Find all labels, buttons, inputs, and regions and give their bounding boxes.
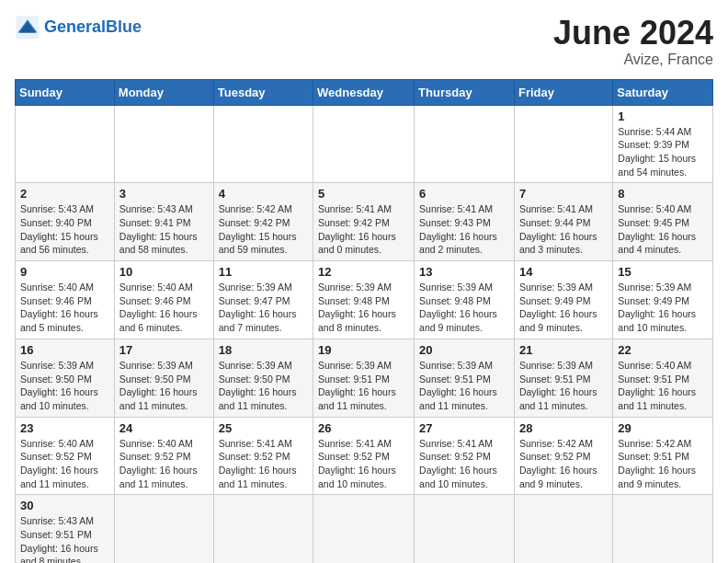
week-row-4: 16Sunrise: 5:39 AM Sunset: 9:50 PM Dayli… xyxy=(16,339,713,417)
day-number: 18 xyxy=(219,343,308,357)
week-row-5: 23Sunrise: 5:40 AM Sunset: 9:52 PM Dayli… xyxy=(16,417,713,495)
weekday-header-friday: Friday xyxy=(514,79,612,105)
calendar-cell: 10Sunrise: 5:40 AM Sunset: 9:46 PM Dayli… xyxy=(114,261,213,339)
weekday-header-wednesday: Wednesday xyxy=(313,79,415,105)
day-info: Sunrise: 5:39 AM Sunset: 9:48 PM Dayligh… xyxy=(318,281,409,335)
calendar-cell: 24Sunrise: 5:40 AM Sunset: 9:52 PM Dayli… xyxy=(114,417,213,495)
day-number: 25 xyxy=(219,421,308,435)
day-info: Sunrise: 5:41 AM Sunset: 9:43 PM Dayligh… xyxy=(419,202,509,257)
calendar-cell xyxy=(514,105,612,183)
weekday-header-monday: Monday xyxy=(114,79,213,105)
day-number: 8 xyxy=(618,187,708,201)
day-info: Sunrise: 5:39 AM Sunset: 9:50 PM Dayligh… xyxy=(20,359,109,413)
day-info: Sunrise: 5:44 AM Sunset: 9:39 PM Dayligh… xyxy=(618,125,708,179)
calendar-cell: 16Sunrise: 5:39 AM Sunset: 9:50 PM Dayli… xyxy=(16,339,115,417)
logo-text: GeneralBlue xyxy=(44,18,142,37)
calendar-cell: 12Sunrise: 5:39 AM Sunset: 9:48 PM Dayli… xyxy=(313,261,415,339)
calendar-cell: 3Sunrise: 5:43 AM Sunset: 9:41 PM Daylig… xyxy=(114,183,213,261)
week-row-1: 1Sunrise: 5:44 AM Sunset: 9:39 PM Daylig… xyxy=(16,105,713,183)
cell-content: 11Sunrise: 5:39 AM Sunset: 9:47 PM Dayli… xyxy=(219,265,308,335)
day-number: 30 xyxy=(20,499,109,512)
day-info: Sunrise: 5:42 AM Sunset: 9:52 PM Dayligh… xyxy=(519,437,608,491)
calendar-cell: 19Sunrise: 5:39 AM Sunset: 9:51 PM Dayli… xyxy=(313,339,415,417)
day-info: Sunrise: 5:40 AM Sunset: 9:45 PM Dayligh… xyxy=(618,202,708,257)
day-info: Sunrise: 5:40 AM Sunset: 9:46 PM Dayligh… xyxy=(20,281,109,335)
cell-content: 23Sunrise: 5:40 AM Sunset: 9:52 PM Dayli… xyxy=(20,421,109,491)
day-info: Sunrise: 5:41 AM Sunset: 9:52 PM Dayligh… xyxy=(419,437,509,491)
calendar-cell: 27Sunrise: 5:41 AM Sunset: 9:52 PM Dayli… xyxy=(415,417,515,495)
day-info: Sunrise: 5:39 AM Sunset: 9:51 PM Dayligh… xyxy=(419,359,509,413)
day-info: Sunrise: 5:39 AM Sunset: 9:50 PM Dayligh… xyxy=(219,359,308,413)
cell-content: 9Sunrise: 5:40 AM Sunset: 9:46 PM Daylig… xyxy=(20,265,109,335)
calendar-cell: 17Sunrise: 5:39 AM Sunset: 9:50 PM Dayli… xyxy=(114,339,213,417)
weekday-header-tuesday: Tuesday xyxy=(213,79,313,105)
calendar-cell: 21Sunrise: 5:39 AM Sunset: 9:51 PM Dayli… xyxy=(514,339,612,417)
day-number: 9 xyxy=(20,265,109,279)
day-number: 17 xyxy=(119,343,209,357)
day-number: 29 xyxy=(618,421,708,435)
cell-content: 29Sunrise: 5:42 AM Sunset: 9:51 PM Dayli… xyxy=(618,421,708,491)
calendar-cell xyxy=(313,495,415,563)
cell-content: 14Sunrise: 5:39 AM Sunset: 9:49 PM Dayli… xyxy=(519,265,608,335)
day-number: 27 xyxy=(419,421,509,435)
day-number: 16 xyxy=(20,343,109,357)
cell-content: 26Sunrise: 5:41 AM Sunset: 9:52 PM Dayli… xyxy=(318,421,409,491)
calendar-cell: 11Sunrise: 5:39 AM Sunset: 9:47 PM Dayli… xyxy=(213,261,313,339)
day-info: Sunrise: 5:40 AM Sunset: 9:46 PM Dayligh… xyxy=(119,281,209,335)
calendar-cell: 2Sunrise: 5:43 AM Sunset: 9:40 PM Daylig… xyxy=(16,183,115,261)
calendar-cell: 20Sunrise: 5:39 AM Sunset: 9:51 PM Dayli… xyxy=(415,339,515,417)
logo: GeneralBlue xyxy=(15,15,142,40)
cell-content: 1Sunrise: 5:44 AM Sunset: 9:39 PM Daylig… xyxy=(618,109,708,179)
calendar-cell: 9Sunrise: 5:40 AM Sunset: 9:46 PM Daylig… xyxy=(16,261,115,339)
calendar-cell: 14Sunrise: 5:39 AM Sunset: 9:49 PM Dayli… xyxy=(514,261,612,339)
calendar-cell: 7Sunrise: 5:41 AM Sunset: 9:44 PM Daylig… xyxy=(514,183,612,261)
day-number: 1 xyxy=(618,109,708,123)
day-info: Sunrise: 5:42 AM Sunset: 9:51 PM Dayligh… xyxy=(618,437,708,491)
weekday-header-sunday: Sunday xyxy=(16,79,115,105)
day-number: 10 xyxy=(119,265,209,279)
day-info: Sunrise: 5:41 AM Sunset: 9:52 PM Dayligh… xyxy=(219,437,308,491)
cell-content: 12Sunrise: 5:39 AM Sunset: 9:48 PM Dayli… xyxy=(318,265,409,335)
calendar-cell: 22Sunrise: 5:40 AM Sunset: 9:51 PM Dayli… xyxy=(613,339,713,417)
day-info: Sunrise: 5:39 AM Sunset: 9:51 PM Dayligh… xyxy=(519,359,608,413)
calendar-cell: 15Sunrise: 5:39 AM Sunset: 9:49 PM Dayli… xyxy=(613,261,713,339)
day-info: Sunrise: 5:39 AM Sunset: 9:50 PM Dayligh… xyxy=(119,359,209,413)
day-number: 22 xyxy=(618,343,708,357)
day-number: 11 xyxy=(219,265,308,279)
calendar-cell xyxy=(114,495,213,563)
day-number: 23 xyxy=(20,421,109,435)
calendar-cell: 5Sunrise: 5:41 AM Sunset: 9:42 PM Daylig… xyxy=(313,183,415,261)
day-info: Sunrise: 5:40 AM Sunset: 9:52 PM Dayligh… xyxy=(20,437,109,491)
weekday-header-row: SundayMondayTuesdayWednesdayThursdayFrid… xyxy=(16,79,713,105)
calendar-cell xyxy=(213,105,313,183)
week-row-3: 9Sunrise: 5:40 AM Sunset: 9:46 PM Daylig… xyxy=(16,261,713,339)
calendar-cell: 28Sunrise: 5:42 AM Sunset: 9:52 PM Dayli… xyxy=(514,417,612,495)
day-info: Sunrise: 5:39 AM Sunset: 9:49 PM Dayligh… xyxy=(618,281,708,335)
day-info: Sunrise: 5:40 AM Sunset: 9:51 PM Dayligh… xyxy=(618,359,708,413)
calendar-cell: 4Sunrise: 5:42 AM Sunset: 9:42 PM Daylig… xyxy=(213,183,313,261)
day-number: 2 xyxy=(20,187,109,201)
day-info: Sunrise: 5:39 AM Sunset: 9:48 PM Dayligh… xyxy=(419,281,509,335)
calendar-cell: 13Sunrise: 5:39 AM Sunset: 9:48 PM Dayli… xyxy=(415,261,515,339)
day-number: 26 xyxy=(318,421,409,435)
day-info: Sunrise: 5:39 AM Sunset: 9:49 PM Dayligh… xyxy=(519,281,608,335)
cell-content: 13Sunrise: 5:39 AM Sunset: 9:48 PM Dayli… xyxy=(419,265,509,335)
day-info: Sunrise: 5:43 AM Sunset: 9:51 PM Dayligh… xyxy=(20,514,109,563)
day-number: 28 xyxy=(519,421,608,435)
cell-content: 24Sunrise: 5:40 AM Sunset: 9:52 PM Dayli… xyxy=(119,421,209,491)
cell-content: 7Sunrise: 5:41 AM Sunset: 9:44 PM Daylig… xyxy=(519,187,608,257)
day-info: Sunrise: 5:39 AM Sunset: 9:51 PM Dayligh… xyxy=(318,359,409,413)
cell-content: 28Sunrise: 5:42 AM Sunset: 9:52 PM Dayli… xyxy=(519,421,608,491)
week-row-2: 2Sunrise: 5:43 AM Sunset: 9:40 PM Daylig… xyxy=(16,183,713,261)
logo-general: General xyxy=(44,17,106,36)
cell-content: 4Sunrise: 5:42 AM Sunset: 9:42 PM Daylig… xyxy=(219,187,308,257)
calendar-cell xyxy=(613,495,713,563)
week-row-6: 30Sunrise: 5:43 AM Sunset: 9:51 PM Dayli… xyxy=(16,495,713,563)
day-info: Sunrise: 5:43 AM Sunset: 9:40 PM Dayligh… xyxy=(20,202,109,257)
weekday-header-thursday: Thursday xyxy=(415,79,515,105)
day-number: 4 xyxy=(219,187,308,201)
day-number: 21 xyxy=(519,343,608,357)
cell-content: 10Sunrise: 5:40 AM Sunset: 9:46 PM Dayli… xyxy=(119,265,209,335)
calendar-table: SundayMondayTuesdayWednesdayThursdayFrid… xyxy=(15,79,713,563)
cell-content: 27Sunrise: 5:41 AM Sunset: 9:52 PM Dayli… xyxy=(419,421,509,491)
